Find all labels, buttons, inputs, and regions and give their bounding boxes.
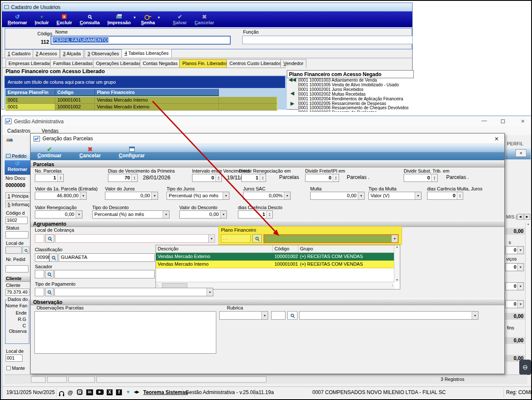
list-col-descricao[interactable]: Descrição	[156, 245, 273, 253]
rubrica-combo[interactable]: ▾	[219, 311, 268, 320]
minimize-button[interactable]: —	[481, 117, 487, 124]
consulta-button[interactable]: Consulta	[76, 13, 104, 26]
incluir-button[interactable]: + Incluir	[31, 13, 53, 26]
manter-checkbox[interactable]: Mante	[6, 366, 25, 371]
list-item[interactable]: 0001 100002007 Desconto de Duplicatas	[299, 111, 414, 112]
rubrica-detail-combo[interactable]: ▾	[299, 311, 478, 320]
plano-financeiro-search-button[interactable]	[252, 234, 262, 243]
combo-fragment[interactable]: 0▾	[505, 263, 524, 271]
tab-scroll-right-button[interactable]: ▶	[524, 214, 530, 220]
dias-vencimento-spinner[interactable]: 70▲▼	[108, 174, 138, 182]
subtab-familias-liberadas[interactable]: Famílias Liberadas	[50, 59, 96, 68]
grid-group-hint-bar[interactable]: Arraste um título de coluna aqui para cr…	[5, 76, 285, 88]
local-cobranca-input[interactable]: 001	[6, 355, 23, 362]
close-button[interactable]: ×	[521, 117, 525, 125]
juros-sac-combo[interactable]: 0,00%▾	[243, 192, 291, 200]
tipo-pagamento-code-input[interactable]	[35, 288, 44, 296]
rubrica-code-input[interactable]	[271, 311, 286, 320]
pedido-tab-principal[interactable]: 1 Principa	[6, 192, 30, 199]
valor-entrada-combo[interactable]: 46.800,00▾	[35, 192, 87, 200]
combo-fragment[interactable]: 0▾	[505, 300, 524, 308]
list-item[interactable]: 0001 100002004 Rendimentos de Aplicação …	[299, 97, 414, 102]
tab-observacoes[interactable]: 3 Observações	[85, 49, 122, 58]
local-cobranca-combo[interactable]: ▾	[55, 234, 215, 243]
teorema-link[interactable]: Teorema Sistemas	[143, 390, 188, 395]
local-cobranca-search-button[interactable]	[45, 234, 54, 243]
valor-desconto-combo[interactable]: 0,00▾	[179, 210, 227, 218]
list-row-cell[interactable]: Vendas Mercado Externo	[156, 253, 273, 261]
salvar-button[interactable]: ✔ Salvar	[169, 13, 191, 26]
pedido-retornar-button[interactable]: ↺ Retornar	[5, 160, 30, 175]
pedido-status-input[interactable]	[6, 231, 28, 238]
valor-juros-combo[interactable]: 0,00▾	[105, 192, 158, 200]
cliente-input[interactable]: 79.379.49	[6, 289, 29, 296]
tipo-pagamento-search-button[interactable]	[45, 288, 54, 296]
keyboard-icon[interactable]	[31, 376, 45, 383]
linkedin-icon[interactable]: in	[86, 389, 93, 395]
pedido-local-input[interactable]	[6, 247, 22, 254]
configurar-button[interactable]: Configurar	[114, 145, 149, 159]
sacador-search-button[interactable]	[45, 270, 54, 278]
list-row-cell[interactable]: (+) RECEITAS COM VENDAS	[298, 261, 394, 268]
subtab-planos-fin-liberados[interactable]: Planos Fin. Liberados	[179, 59, 230, 68]
plano-financeiro-combo[interactable]: ▾	[263, 234, 399, 243]
renegociacao-spinner[interactable]: 1▲▼	[241, 174, 266, 182]
tipo-pagamento-combo[interactable]: ▾	[54, 288, 213, 296]
list-row-cell[interactable]: (+) RECEITAS COM VENDAS	[298, 253, 394, 261]
valor-renegociacao-combo[interactable]: 0,00▾	[35, 210, 82, 218]
negado-list[interactable]: 0001 100001003 Adiantamento de Venda 000…	[298, 78, 414, 112]
classificacao-name-input[interactable]: GUARAETA	[59, 253, 155, 262]
rubrica-search-button[interactable]	[287, 311, 297, 320]
move-left-button[interactable]: ◀	[287, 91, 297, 96]
tipo-desconto-combo[interactable]: Percentual (%) ao mês▾	[92, 210, 170, 218]
carencia-multa-spinner[interactable]: 0▲▼	[427, 192, 463, 200]
subtab-operacoes-liberadas[interactable]: Operações Liberadas	[93, 59, 144, 68]
pedido-tab-informacoes[interactable]: 5 Informaç	[6, 201, 30, 208]
retornar-button[interactable]: ↺ Retornar	[4, 13, 31, 26]
instagram-icon[interactable]	[77, 389, 82, 396]
tipo-multa-combo[interactable]: Valor (V)▾	[368, 192, 422, 200]
subst-spinner[interactable]: 0▲▼	[404, 174, 438, 182]
funcao-input[interactable]	[242, 36, 413, 44]
subtab-empresas-liberadas[interactable]: Empresas Liberadas	[6, 59, 54, 68]
impressao-dropdown-caret[interactable]: ▼	[133, 16, 136, 20]
no-parcelas-spinner[interactable]: 1▲▼	[35, 174, 64, 182]
tab-scroll-left-button[interactable]: ◀	[517, 214, 524, 220]
grid-cell[interactable]: 0001	[6, 97, 55, 104]
child-close-button[interactable]: ×	[515, 149, 526, 157]
pedido-codigo-input[interactable]: 1602	[6, 217, 28, 224]
excluir-button[interactable]: x Excluir	[53, 13, 76, 26]
facebook-icon[interactable]: f	[116, 389, 122, 395]
continuar-button[interactable]: ✔ Continuar	[33, 145, 66, 159]
sacador-code-input[interactable]	[35, 270, 44, 278]
grid-cell[interactable]: 100001002	[55, 104, 95, 111]
sacador-name-input[interactable]	[54, 270, 155, 278]
local-cobranca-code-input[interactable]	[35, 234, 44, 243]
dialog-cancelar-button[interactable]: ✖ Cancelar	[75, 145, 105, 159]
list-col-grupo[interactable]: Grupo	[298, 245, 394, 253]
menu-cadastros[interactable]: Cadastros	[7, 128, 31, 134]
impressao-button[interactable]: Impressão	[104, 13, 135, 26]
frete-spinner[interactable]: 0▲▼	[305, 174, 339, 182]
senha-dropdown-caret[interactable]: ▼	[157, 16, 161, 20]
checkbox-icon[interactable]	[6, 366, 11, 370]
nome-input[interactable]: PERFIL FATURAMENTO	[51, 36, 231, 45]
list-vertical-scrollbar[interactable]: ▲▼	[394, 245, 400, 282]
col-header-codigo[interactable]: Código	[55, 89, 95, 96]
subtab-contas-negadas[interactable]: Contas Negadas	[140, 59, 181, 68]
tab-alcada[interactable]: 3 Alçada	[60, 49, 84, 58]
grid-cell[interactable]: Vendas Mercado Interno	[95, 97, 219, 104]
multa-combo[interactable]: 0,00▾	[310, 192, 365, 200]
list-row-cell[interactable]: 100001002	[273, 253, 298, 261]
combo-fragment[interactable]: 0▾	[505, 246, 524, 254]
list-col-codigo[interactable]: Código	[273, 245, 298, 253]
combo-fragment[interactable]: 0▾	[505, 282, 524, 290]
col-header-empresa[interactable]: Empresa PlanoFin	[6, 89, 55, 96]
pedido-local-search-button[interactable]	[23, 247, 29, 254]
tab-acessos[interactable]: 2 Acessos	[33, 49, 60, 58]
x-twitter-icon[interactable]: X	[107, 389, 113, 395]
subtab-vendedor[interactable]: Vendedor	[280, 59, 306, 68]
list-row-cell[interactable]: 100001001	[273, 261, 298, 268]
tab-cadastro[interactable]: 1 Cadastro	[5, 49, 34, 58]
grid-cell[interactable]: Vendas Mercado Externo	[95, 104, 219, 111]
